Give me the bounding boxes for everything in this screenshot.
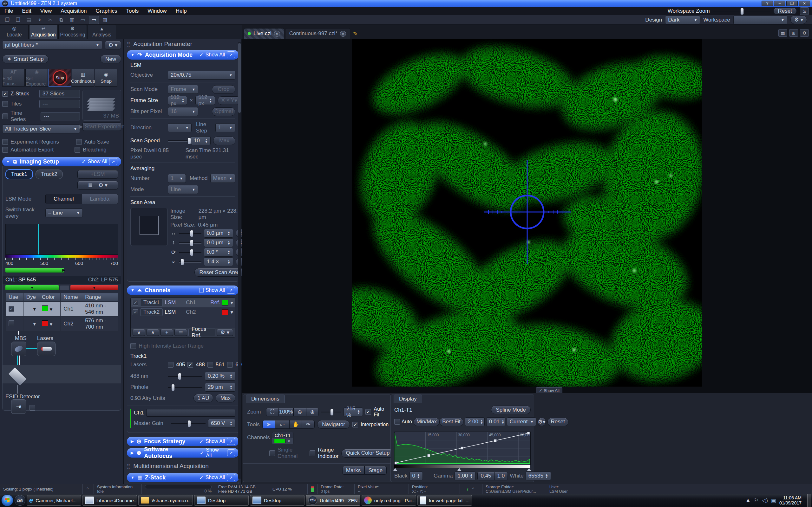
dimensions-tab[interactable]: Dimensions [246,395,285,403]
gamma-spinner[interactable]: 1.00▲▼ [455,471,475,481]
expand-chevron-icon[interactable]: ⌃ [83,484,94,494]
snap-button[interactable]: ◉Snap [95,69,117,87]
current-select[interactable]: Current▼ [507,417,536,426]
scan-zoom-slider[interactable] [179,258,201,266]
laser-power-slider[interactable] [168,372,202,380]
master-gain-spinner[interactable]: 650 V▲▼ [208,419,235,428]
minmax-button[interactable]: Min/Max [414,418,440,426]
zoom-out-button[interactable]: ⊖ [293,408,306,416]
black-level-marker[interactable] [393,468,397,471]
taskbar-item-zen-active[interactable]: ZENUntitled499 - ZEN... [306,495,360,506]
taskbar-item-libraries[interactable]: Libraries\Docume... [83,495,137,506]
display-tab[interactable]: Display [394,395,422,403]
taskbar-item-ie[interactable]: eCammer, Michael... [27,495,81,506]
workspace-select[interactable]: ▼ [733,15,787,24]
auto-save-checkbox[interactable] [76,139,82,145]
export-image-icon[interactable]: ▨ [100,16,110,24]
taskbar-item-notepad[interactable]: for web page.txt -... [417,495,472,506]
close-tab-icon[interactable]: ✕ [340,31,346,37]
ch2-use-checkbox[interactable] [9,320,14,326]
find-focus-button[interactable]: AFFind Focus [2,69,25,87]
channel-row-ch1[interactable]: ✓ ▾ ▾ Ch1 410 nm - 546 nm [6,302,118,317]
viewer-show-all-button[interactable]: ✓Show All [536,387,562,394]
start-button[interactable] [1,494,13,506]
reset-scan-area-button[interactable]: Reset Scan Area [194,268,245,277]
lasers-node[interactable] [37,342,55,356]
scale-bar-icon[interactable]: ▭ [89,16,99,24]
restore-button[interactable]: ❐ [786,1,798,6]
track2-tab[interactable]: Track2 [36,170,62,179]
direction-select[interactable]: ⟶▼ [168,123,192,132]
pan-tool-button[interactable]: ✋ [289,420,302,429]
focus-strategy-header[interactable]: ▶⊚Focus Strategy ✓Show All↗ [127,437,239,446]
workspace-zoom-reset-button[interactable]: Reset [773,8,797,14]
bleaching-checkbox[interactable] [74,147,80,153]
tab-acquisition[interactable]: ↩Acquisition [29,24,58,39]
esid-detector-node[interactable]: ⇥ [11,399,26,414]
tab-locate[interactable]: ◎Locate [0,24,29,39]
tray-expand-icon[interactable]: ▲ [745,497,751,504]
popout-icon[interactable]: ↗ [227,51,235,58]
channels-header[interactable]: ▼⏶Channels Show All↗ [127,285,239,295]
laser-488-checkbox[interactable]: ✓ [188,362,193,368]
track2-row[interactable]: ✓ Track2 LSM Ch2 ▾ [131,307,235,317]
menu-graphics[interactable]: Graphics [91,8,121,14]
taskbar-item-desktop-2[interactable]: Desktop [250,495,305,506]
spectrum-display[interactable] [5,224,118,255]
viewer-settings-icon[interactable]: ⚙ [800,29,809,37]
auto-display-checkbox[interactable] [394,419,400,425]
ch2-range-bar[interactable]: ▼ [70,285,118,290]
add-lsm-button[interactable]: +LSM [78,170,118,179]
rotation-spinner[interactable]: 0.0 °▲▼ [204,248,233,257]
one-au-button[interactable]: 1 AU [194,394,213,402]
move-up-button[interactable]: ∧ [147,329,159,336]
offset-x-slider[interactable] [179,229,201,237]
averaging-method-select[interactable]: Mean▼ [210,174,235,183]
close-button[interactable]: ✕ [799,1,810,6]
laser-405-checkbox[interactable] [168,362,173,368]
split-view-icon[interactable]: ⊞ [789,29,798,37]
frame-x-spinner[interactable]: 512 px▲▼ [168,96,187,105]
scan-speed-slider[interactable] [168,137,189,145]
gamma-10-button[interactable]: 1.0 [494,472,508,481]
offset-y-spinner[interactable]: 0.0 µm▲▼ [204,238,233,247]
taskbar-item-shares[interactable]: \\shares.nyumc.o... [138,495,193,506]
popout-icon[interactable]: ↗ [109,158,117,165]
stop-button[interactable]: Stop [49,69,71,87]
minimize-button[interactable]: – [774,1,785,6]
white-spinner[interactable]: 65535▲▼ [525,471,551,481]
pointer-tool-button[interactable]: ➤ [262,420,275,429]
collapse-icon[interactable]: ▼ [6,159,10,164]
tiles-checkbox[interactable] [2,101,8,107]
track1-tab[interactable]: Track1 [5,169,33,179]
ch2-color-swatch[interactable] [42,320,48,326]
menu-tools[interactable]: Tools [122,8,143,14]
show-all-check-icon[interactable]: ✓ [82,159,86,165]
bestfit-button[interactable]: Best Fit [439,418,463,426]
tray-volume-icon[interactable]: ◁) [762,497,768,504]
move-down-button[interactable]: ∨ [133,329,145,336]
menu-view[interactable]: View [36,8,56,14]
file-info-icon[interactable]: ⌖ [35,16,44,24]
delete-track-button[interactable]: ≣ [174,329,187,336]
ch1-color-swatch[interactable] [42,305,48,311]
channel-mode-button[interactable]: Channel [46,194,82,204]
help-button[interactable]: ? [762,1,773,6]
auto-fit-checkbox[interactable]: ✓ [365,409,371,415]
tab-continuous-czi[interactable]: Continuous-997.czi* ✕ [285,28,350,39]
continuous-button[interactable]: ▥Continuous [72,69,94,87]
bestfit-high-spinner[interactable]: 0.01▲▼ [486,417,505,426]
open-file-icon[interactable]: ❒ [13,16,23,24]
menu-window[interactable]: Window [143,8,171,14]
scan-area-preview[interactable] [131,208,168,246]
add-track-button[interactable]: + [160,329,173,336]
stage-button[interactable]: Stage [364,466,387,475]
lambda-mode-button[interactable]: Lambda [82,194,118,204]
zoom-fit-button[interactable]: ⛶ [266,408,279,416]
time-series-checkbox[interactable] [2,113,8,119]
scan-speed-max-button[interactable]: Max [213,136,235,145]
tab-analysis[interactable]: ▲Analysis [88,24,116,39]
tracks-per-slice-select[interactable]: All Tracks per Slice▼ [2,124,80,133]
show-all-checkbox[interactable] [199,288,204,292]
scan-zoom-spinner[interactable]: 1.4 ×▲▼ [204,257,233,266]
